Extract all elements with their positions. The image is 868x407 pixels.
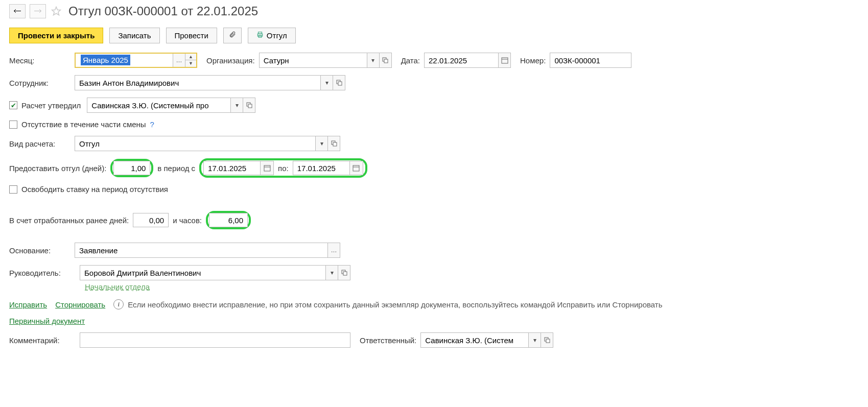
attach-button[interactable] — [223, 28, 242, 43]
basis-ellipsis-button[interactable]: … — [327, 243, 340, 257]
svg-rect-5 — [384, 59, 388, 63]
month-label: Месяц: — [9, 56, 71, 65]
favorite-icon[interactable] — [50, 5, 62, 17]
period-from-label: в период с — [157, 164, 195, 173]
post-button[interactable]: Провести — [166, 28, 217, 43]
basis-input[interactable] — [75, 243, 327, 257]
employee-open-button[interactable] — [333, 76, 345, 90]
calctype-field[interactable]: ▾ — [75, 136, 340, 151]
primary-doc-link[interactable]: Первичный документ — [9, 317, 85, 325]
svg-rect-13 — [333, 142, 337, 146]
page-title: Отгул 00ЗК-000001 от 22.01.2025 — [68, 4, 258, 18]
approved-dropdown-button[interactable]: ▾ — [230, 98, 243, 112]
earned-days-label: В счет отработанных ранее дней: — [9, 216, 129, 225]
org-open-button[interactable] — [379, 53, 391, 67]
info-icon: i — [113, 299, 124, 309]
employee-field[interactable]: ▾ — [75, 75, 345, 90]
svg-rect-11 — [248, 104, 252, 108]
date-to-calendar-button[interactable] — [349, 161, 363, 175]
number-input[interactable] — [550, 53, 631, 67]
help-icon[interactable]: ? — [150, 120, 154, 129]
partshift-checkbox[interactable] — [9, 121, 17, 129]
earned-hours-input[interactable] — [209, 213, 248, 227]
period-to-label: по: — [278, 164, 289, 173]
days-highlight — [110, 159, 153, 177]
save-button[interactable]: Записать — [109, 28, 159, 43]
manager-label: Руководитель: — [9, 269, 76, 277]
and-hours-label: и часов: — [173, 216, 202, 225]
approved-label: Расчет утвердил — [21, 101, 81, 110]
date-to-field[interactable] — [293, 161, 363, 175]
calctype-open-button[interactable] — [327, 136, 340, 151]
comment-field[interactable] — [80, 332, 350, 348]
responsible-input[interactable] — [421, 333, 528, 347]
org-dropdown-button[interactable]: ▾ — [367, 53, 379, 67]
approved-by-input[interactable] — [87, 98, 230, 112]
svg-marker-0 — [52, 7, 61, 15]
manager-dropdown-button[interactable]: ▾ — [325, 266, 338, 280]
date-input[interactable] — [425, 53, 498, 67]
org-field[interactable]: ▾ — [259, 53, 392, 68]
release-checkbox[interactable] — [9, 185, 17, 194]
calctype-input[interactable] — [75, 136, 315, 151]
period-highlight: по: — [199, 158, 367, 178]
print-button[interactable]: Отгул — [248, 28, 296, 43]
basis-label: Основание: — [9, 246, 71, 255]
svg-rect-21 — [546, 339, 550, 343]
date-label: Дата: — [401, 56, 420, 65]
post-and-close-button[interactable]: Провести и закрыть — [9, 28, 103, 43]
calctype-dropdown-button[interactable]: ▾ — [315, 136, 327, 151]
responsible-open-button[interactable] — [541, 333, 553, 347]
approved-open-button[interactable] — [243, 98, 255, 112]
comment-input[interactable] — [80, 333, 350, 347]
svg-rect-9 — [338, 82, 342, 85]
month-ellipsis-button[interactable]: … — [173, 54, 185, 67]
date-field[interactable] — [424, 53, 511, 68]
paperclip-icon — [229, 31, 236, 40]
hours-highlight — [206, 211, 251, 229]
responsible-dropdown-button[interactable]: ▾ — [528, 333, 541, 347]
days-label: Предоставить отгул (дней): — [9, 164, 106, 173]
svg-rect-14 — [264, 165, 270, 171]
org-label: Организация: — [206, 56, 255, 65]
days-input[interactable] — [113, 161, 150, 175]
svg-rect-19 — [343, 272, 347, 275]
comment-label: Комментарий: — [9, 336, 76, 345]
forward-button[interactable]: 🡒 — [30, 4, 46, 18]
manager-role-link[interactable]: Начальник отдела — [85, 282, 150, 291]
responsible-label: Ответственный: — [360, 336, 416, 345]
print-label: Отгул — [267, 31, 287, 40]
storno-link[interactable]: Сторнировать — [55, 300, 105, 309]
calctype-label: Вид расчета: — [9, 139, 71, 148]
manager-open-button[interactable] — [338, 266, 350, 280]
responsible-field[interactable]: ▾ — [420, 332, 553, 348]
approved-by-field[interactable]: ▾ — [87, 98, 255, 113]
manager-field[interactable]: ▾ — [80, 265, 350, 280]
info-text: Если необходимо внести исправление, но п… — [128, 300, 662, 309]
back-button[interactable]: 🡐 — [9, 4, 26, 18]
number-label: Номер: — [520, 56, 546, 65]
employee-label: Сотрудник: — [9, 79, 71, 87]
svg-rect-6 — [502, 58, 508, 63]
month-value: Январь 2025 — [81, 55, 130, 65]
date-from-input[interactable] — [204, 161, 260, 175]
printer-icon — [256, 31, 264, 40]
date-from-field[interactable] — [203, 161, 274, 175]
month-field[interactable]: Январь 2025 … ▲▼ — [75, 53, 197, 68]
fix-link[interactable]: Исправить — [9, 300, 47, 309]
month-spinner[interactable]: ▲▼ — [185, 54, 196, 67]
manager-input[interactable] — [80, 266, 325, 280]
date-calendar-button[interactable] — [498, 53, 510, 67]
svg-rect-16 — [353, 165, 359, 171]
earned-days-input[interactable] — [133, 213, 169, 227]
partshift-label: Отсутствие в течение части смены — [21, 120, 146, 129]
employee-dropdown-button[interactable]: ▾ — [320, 76, 333, 90]
release-label: Освободить ставку на период отсутствия — [21, 185, 168, 194]
employee-input[interactable] — [75, 76, 320, 90]
org-input[interactable] — [260, 53, 367, 67]
number-field[interactable] — [550, 53, 631, 68]
approved-checkbox[interactable]: ✔ — [9, 101, 17, 109]
basis-field[interactable]: … — [75, 243, 340, 258]
date-to-input[interactable] — [293, 161, 349, 175]
date-from-calendar-button[interactable] — [260, 161, 273, 175]
